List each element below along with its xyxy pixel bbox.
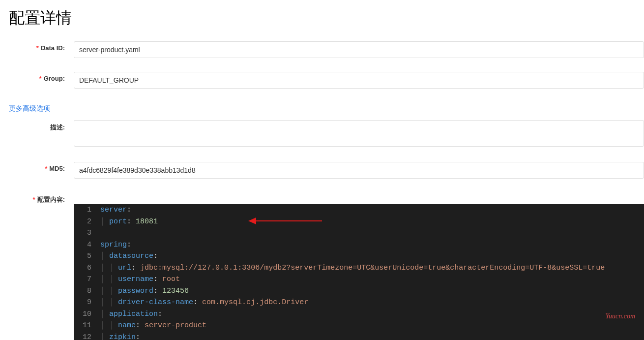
row-data-id: *Data ID: — [0, 41, 644, 58]
row-group: *Group: — [0, 72, 644, 89]
input-group[interactable] — [74, 72, 644, 89]
row-content: *配置内容: — [0, 192, 644, 204]
input-data-id[interactable] — [74, 41, 644, 58]
row-desc: 描述: — [0, 120, 644, 148]
code-gutter: 1234567891011121314 — [74, 204, 97, 340]
row-md5: *MD5: — [0, 162, 644, 179]
input-md5[interactable] — [74, 162, 644, 179]
label-md5: *MD5: — [0, 162, 74, 172]
label-data-id: *Data ID: — [0, 41, 74, 52]
link-more-options[interactable]: 更多高级选项 — [9, 104, 50, 112]
label-content: *配置内容: — [0, 192, 74, 204]
code-editor[interactable]: 1234567891011121314 server:│ port: 18081… — [74, 204, 644, 340]
textarea-desc[interactable] — [74, 120, 644, 147]
label-group: *Group: — [0, 72, 74, 82]
code-content[interactable]: server:│ port: 18081spring:│ datasource:… — [97, 204, 644, 340]
page-title: 配置详情 — [0, 0, 644, 41]
label-desc: 描述: — [0, 120, 74, 132]
